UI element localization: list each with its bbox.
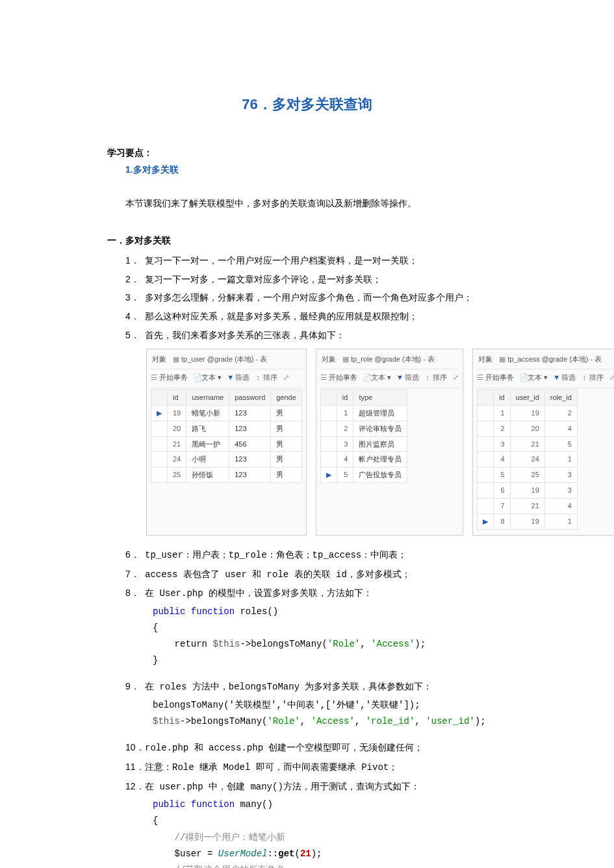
db-tables-figure: 对象 ▦ tp_user @grade (本地) - 表 ☰ 开始事务 📄 文本…	[107, 349, 507, 536]
db-tab-name: tp_role @grade (本地) - 表	[351, 355, 435, 363]
db-toolbar: ☰ 开始事务 📄 文本 ▾ ▼ 筛选 ↕ 排序 ⤢	[477, 369, 614, 388]
list-item: 1．复习一下一对一，一个用户对应一个用户档案资料，是一对一关联；	[107, 252, 507, 269]
list-item: 11．注意：Role 继承 Model 即可，而中间表需要继承 Pivot；	[107, 758, 507, 776]
db-tabbar: 对象 ▦ tp_user @grade (本地) - 表	[151, 352, 302, 369]
list-item: 6．tp_user：用户表；tp_role：角色表；tp_access：中间表；	[107, 546, 507, 564]
code-block-roles: public function roles() { return $this->…	[107, 604, 507, 669]
content-list-2: 6．tp_user：用户表；tp_role：角色表；tp_access：中间表；…	[107, 546, 507, 602]
db-table-access: id user_id role_id 1192 2204 3215 4241 5…	[477, 390, 578, 530]
section-heading: 一．多对多关联	[107, 232, 507, 249]
list-item: 7．access 表包含了 user 和 role 表的关联 id，多对多模式；	[107, 565, 507, 584]
db-tab-name: tp_user @grade (本地) - 表	[181, 355, 267, 363]
db-object-label: 对象	[152, 353, 166, 366]
intro-text: 本节课我们来了解关联模型中，多对多的关联查询以及新增删除等操作。	[107, 195, 507, 212]
db-panel-role: 对象 ▦ tp_role @grade (本地) - 表 ☰ 开始事务 📄 文本…	[316, 349, 463, 536]
content-list: 1．复习一下一对一，一个用户对应一个用户档案资料，是一对一关联； 2．复习一下一…	[107, 252, 507, 343]
db-tabbar: 对象 ▦ tp_role @grade (本地) - 表	[320, 352, 459, 369]
page-title: 76．多对多关联查询	[107, 91, 507, 118]
db-tabbar: 对象 ▦ tp_access @grade (本地) - 表	[477, 352, 614, 369]
content-list-3: 9．在 roles 方法中，belongsToMany 为多对多关联，具体参数如…	[107, 678, 507, 696]
db-table-role: id type 1超级管理员 2评论审核专员 3图片监察员 4帐户处理专员 ▶5…	[320, 390, 408, 483]
list-item: 2．复习一下一对多，一篇文章对应多个评论，是一对多关联；	[107, 271, 507, 288]
list-item: 9．在 roles 方法中，belongsToMany 为多对多关联，具体参数如…	[107, 678, 507, 696]
code-block-many: public function many() { //得到一个用户：蜡笔小新 $…	[107, 797, 507, 868]
content-list-4: 10．role.php 和 access.php 创建一个空模型即可，无须创建任…	[107, 739, 507, 795]
title-number: 76．	[242, 96, 272, 112]
code-block-belongstomany: belongsToMany('关联模型','中间表',['外键','关联键'])…	[107, 697, 507, 730]
list-item: 5．首先，我们来看多对多关系的三张表，具体如下：	[107, 327, 507, 344]
list-item: 12．在 user.php 中，创建 many()方法，用于测试，查询方式如下：	[107, 778, 507, 796]
db-tab-name: tp_access @grade (本地) - 表	[507, 355, 602, 363]
title-text: 多对多关联查询	[272, 96, 372, 112]
list-item: 8．在 User.php 的模型中，设置多对多关联，方法如下：	[107, 584, 507, 602]
list-item: 3．多对多怎么理解，分解来看，一个用户对应多个角色，而一个角色对应多个用户；	[107, 289, 507, 306]
db-toolbar: ☰ 开始事务 📄 文本 ▾ ▼ 筛选 ↕ 排序 ⤢	[320, 369, 459, 388]
db-table-user: id username password gende ▶19蜡笔小新123男 2…	[151, 390, 302, 483]
list-item: 4．那么这种对应关系，就是多对多关系，最经典的应用就是权限控制；	[107, 308, 507, 325]
list-item: 10．role.php 和 access.php 创建一个空模型即可，无须创建任…	[107, 739, 507, 757]
keypoints-label: 学习要点：	[107, 144, 507, 162]
db-panel-access: 对象 ▦ tp_access @grade (本地) - 表 ☰ 开始事务 📄 …	[472, 349, 614, 536]
db-toolbar: ☰ 开始事务 📄 文本 ▾ ▼ 筛选 ↕ 排序 ⤢	[151, 369, 302, 388]
keypoints-item: 1.多对多关联	[107, 161, 507, 179]
db-panel-user: 对象 ▦ tp_user @grade (本地) - 表 ☰ 开始事务 📄 文本…	[146, 349, 307, 536]
